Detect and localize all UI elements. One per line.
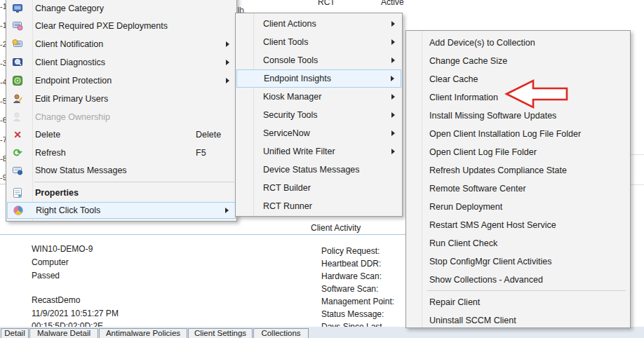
menu-item-rct-builder[interactable]: RCT Builder	[236, 179, 401, 197]
menu-item-show-status-messages[interactable]: Show Status Messages	[7, 161, 236, 180]
menu-item-remote-software-center[interactable]: Remote Software Center	[407, 180, 629, 198]
menu-item-show-collections-advanced[interactable]: Show Collections - Advanced	[407, 271, 629, 289]
change-ownership-icon	[12, 111, 23, 123]
submenu-arrow-icon	[391, 149, 395, 154]
submenu-arrow-icon	[391, 112, 395, 118]
tab-collections[interactable]: Collections	[253, 328, 309, 338]
show-status-messages-icon	[12, 165, 23, 176]
menu-item-change-ownership: Change Ownership	[7, 108, 236, 126]
menu-item-endpoint-protection[interactable]: Endpoint Protection	[7, 72, 236, 90]
menu-item-endpoint-insights[interactable]: Endpoint Insights	[236, 69, 401, 88]
menu-item-uninstall-sccm-client[interactable]: Uninstall SCCM Client	[407, 311, 629, 330]
menu-item-change-category[interactable]: Change Category	[7, 0, 236, 18]
submenu-arrow-icon	[391, 76, 394, 81]
menu-item-delete[interactable]: ✕ Delete Delete	[7, 126, 236, 144]
submenu-arrow-icon	[391, 130, 395, 136]
submenu-arrow-icon	[391, 21, 395, 27]
shortcut-label: Delete	[196, 130, 221, 140]
menu-item-device-status-messages[interactable]: Device Status Messages	[236, 161, 401, 179]
menu-item-security-tools[interactable]: Security Tools	[236, 106, 401, 124]
menu-item-edit-primary-users[interactable]: Edit Primary Users	[7, 90, 236, 108]
device-type: Computer	[32, 257, 69, 267]
menu-item-right-click-tools[interactable]: Right Click Tools	[7, 202, 236, 219]
menu-separator	[34, 182, 234, 182]
client-activity-label: Policy Request:	[321, 246, 380, 256]
menu-item-repair-client[interactable]: Repair Client	[407, 293, 629, 311]
grid-line-fragment	[630, 154, 644, 155]
client-activity-label: Software Scan:	[321, 284, 378, 294]
grid-line-fragment	[630, 184, 644, 185]
menu-item-open-client-log-file-folder[interactable]: Open Client Log File Folder	[407, 143, 629, 161]
client-notification-icon	[12, 39, 23, 50]
menu-item-rerun-deployment[interactable]: Rerun Deployment	[407, 198, 629, 216]
client-activity-label: Heartbeat DDR:	[321, 259, 381, 269]
properties-icon	[12, 187, 23, 198]
menu-item-change-cache-size[interactable]: Change Cache Size	[407, 52, 629, 70]
menu-item-run-client-check[interactable]: Run Client Check	[407, 234, 629, 252]
right-click-tools-submenu: Client Actions Client Tools Console Tool…	[235, 13, 403, 217]
device-name: WIN10-DEMO-9	[32, 244, 93, 254]
tab-antimalware-policies[interactable]: Antimalware Policies	[99, 328, 187, 338]
submenu-arrow-icon	[391, 94, 395, 100]
menu-item-properties[interactable]: Properties	[7, 184, 236, 202]
client-diagnostics-icon	[12, 57, 23, 68]
menu-item-refresh[interactable]: ⟳ Refresh F5	[7, 144, 236, 162]
submenu-arrow-icon	[226, 60, 229, 65]
refresh-icon: ⟳	[12, 147, 23, 158]
tab-detail[interactable]: Detail	[1, 328, 29, 338]
screen: -1 -1 -2 -3 -4 -5 -6 -7 -8 -9 llb. RCT A…	[0, 0, 644, 338]
menu-separator	[427, 290, 626, 291]
menu-item-servicenow[interactable]: ServiceNow	[236, 124, 401, 142]
menu-item-console-tools[interactable]: Console Tools	[236, 51, 401, 69]
endpoint-protection-icon	[12, 75, 23, 86]
change-category-icon	[12, 3, 23, 14]
menu-item-clear-pxe-deployments[interactable]: Clear Required PXE Deployments	[7, 17, 236, 35]
header-fragment-rct: RCT	[318, 0, 335, 7]
tab-client-settings[interactable]: Client Settings	[188, 328, 253, 338]
device-status: Passed	[32, 271, 60, 280]
edit-primary-users-icon	[12, 93, 23, 104]
client-activity-label: Status Message:	[321, 309, 384, 319]
device-last-time: 11/9/2021 10:51:27 PM	[32, 309, 119, 318]
header-fragment-active: Active	[381, 0, 404, 7]
red-annotation-arrow-icon	[501, 77, 572, 112]
menu-item-rct-runner[interactable]: RCT Runner	[236, 197, 401, 215]
endpoint-insights-submenu: Add Device(s) to Collection Change Cache…	[405, 30, 631, 328]
clear-pxe-icon	[12, 20, 23, 32]
tab-malware-detail[interactable]: Malware Detail	[29, 328, 98, 338]
section-underline	[0, 234, 405, 235]
menu-item-client-actions[interactable]: Client Actions	[236, 15, 401, 33]
menu-item-restart-sms-agent-host-service[interactable]: Restart SMS Agent Host Service	[407, 216, 629, 234]
menu-item-client-tools[interactable]: Client Tools	[236, 33, 401, 51]
client-activity-title: Client Activity	[311, 223, 361, 233]
menu-item-stop-configmgr-client-activities[interactable]: Stop ConfigMgr Client Activities	[407, 252, 629, 271]
menu-item-add-devices-to-collection[interactable]: Add Device(s) to Collection	[407, 34, 629, 52]
submenu-arrow-icon	[225, 208, 229, 213]
delete-icon: ✕	[12, 129, 23, 140]
submenu-arrow-icon	[226, 41, 229, 47]
menu-item-client-diagnostics[interactable]: Client Diagnostics	[7, 53, 236, 72]
menu-item-unified-write-filter[interactable]: Unified Write Filter	[236, 142, 401, 161]
device-site: RecastDemo	[32, 295, 80, 305]
menu-item-kiosk-manager[interactable]: Kiosk Manager	[236, 88, 401, 106]
submenu-arrow-icon	[391, 39, 395, 45]
client-activity-label: Management Point:	[321, 297, 394, 306]
device-context-menu: Change Category Clear Required PXE Deplo…	[6, 0, 237, 222]
menu-item-open-client-installation-log-file-folder[interactable]: Open Client Installation Log File Folder	[407, 125, 629, 143]
right-click-tools-icon	[13, 205, 24, 216]
menu-item-refresh-updates-compliance-state[interactable]: Refresh Updates Compliance State	[407, 161, 629, 180]
client-activity-label: Hardware Scan:	[321, 271, 382, 281]
submenu-arrow-icon	[391, 58, 395, 63]
shortcut-label: F5	[196, 148, 206, 158]
menu-item-client-notification[interactable]: Client Notification	[7, 35, 236, 53]
submenu-arrow-icon	[226, 78, 229, 83]
